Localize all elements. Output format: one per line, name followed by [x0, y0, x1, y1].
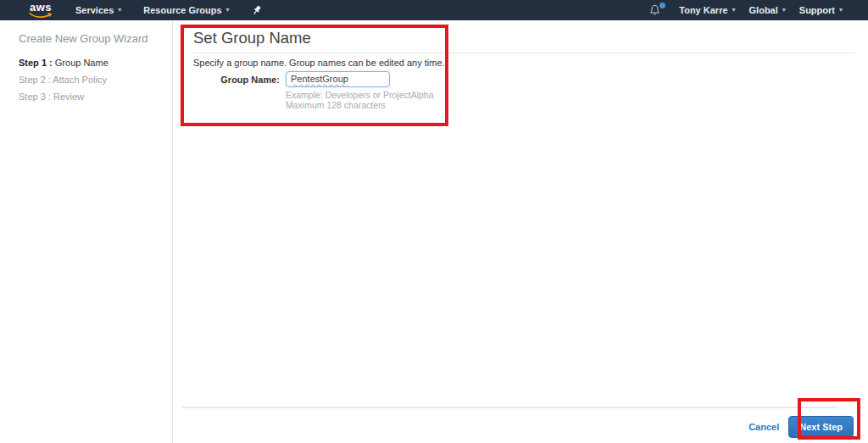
footer-actions: Cancel Next Step — [748, 416, 854, 438]
step-prefix: Step 3 : — [19, 91, 51, 102]
chevron-down-icon: ▾ — [732, 7, 736, 14]
wizard-title: Create New Group Wizard — [19, 32, 172, 45]
pin-shortcut-button[interactable] — [252, 5, 262, 16]
sidebar-step-attach-policy[interactable]: Step 2 : Attach Policy — [19, 71, 172, 88]
chevron-down-icon: ▾ — [839, 7, 843, 14]
next-step-button[interactable]: Next Step — [788, 416, 854, 438]
nav-user-menu[interactable]: Tony Karre ▾ — [679, 5, 735, 15]
nav-resource-groups-label: Resource Groups — [143, 5, 221, 15]
step-label: Group Name — [53, 58, 108, 68]
group-name-label: Group Name: — [193, 71, 280, 87]
step-prefix: Step 1 : — [19, 58, 53, 68]
hint-example: Example: Developers or ProjectAlpha — [286, 90, 868, 100]
page-body: Create New Group Wizard Step 1 : Group N… — [0, 20, 868, 443]
chevron-down-icon: ▾ — [782, 7, 786, 14]
nav-support-menu[interactable]: Support ▾ — [799, 5, 843, 15]
step-label: Review — [51, 91, 84, 102]
chevron-down-icon: ▾ — [118, 7, 121, 14]
wizard-sidebar: Create New Group Wizard Step 1 : Group N… — [0, 20, 173, 443]
page-title: Set Group Name — [193, 29, 868, 47]
group-name-form-row: Group Name: PentestGroup — [193, 71, 868, 87]
top-navbar: aws Services ▾ Resource Groups ▾ — [0, 0, 868, 20]
title-divider — [193, 53, 854, 53]
nav-services-menu[interactable]: Services ▾ — [75, 5, 121, 15]
main-content: Set Group Name Specify a group name. Gro… — [173, 20, 868, 443]
nav-region-label: Global — [749, 5, 778, 15]
nav-support-label: Support — [799, 5, 835, 15]
cancel-link[interactable]: Cancel — [748, 422, 779, 432]
footer-divider — [182, 407, 837, 408]
aws-logo[interactable]: aws — [28, 2, 53, 19]
nav-resource-groups-menu[interactable]: Resource Groups ▾ — [143, 5, 229, 15]
nav-user-label: Tony Karre — [679, 5, 727, 15]
hint-max-length: Maximum 128 characters — [286, 100, 868, 110]
group-name-input[interactable]: PentestGroup — [286, 71, 390, 87]
page-description: Specify a group name. Group names can be… — [193, 58, 868, 68]
aws-smile-icon — [29, 12, 53, 19]
nav-region-menu[interactable]: Global ▾ — [749, 5, 786, 15]
chevron-down-icon: ▾ — [226, 7, 230, 14]
pushpin-icon — [252, 5, 262, 16]
step-prefix: Step 2 : — [19, 75, 51, 85]
group-name-value: PentestGroup — [291, 74, 348, 84]
notifications-button[interactable] — [649, 4, 665, 16]
group-name-hints: Example: Developers or ProjectAlpha Maxi… — [286, 90, 868, 110]
sidebar-step-review[interactable]: Step 3 : Review — [19, 88, 172, 105]
notification-badge — [659, 3, 665, 8]
wizard-steps: Step 1 : Group Name Step 2 : Attach Poli… — [19, 54, 172, 105]
nav-services-label: Services — [75, 5, 114, 15]
sidebar-step-group-name[interactable]: Step 1 : Group Name — [19, 54, 172, 71]
step-label: Attach Policy — [51, 75, 107, 85]
